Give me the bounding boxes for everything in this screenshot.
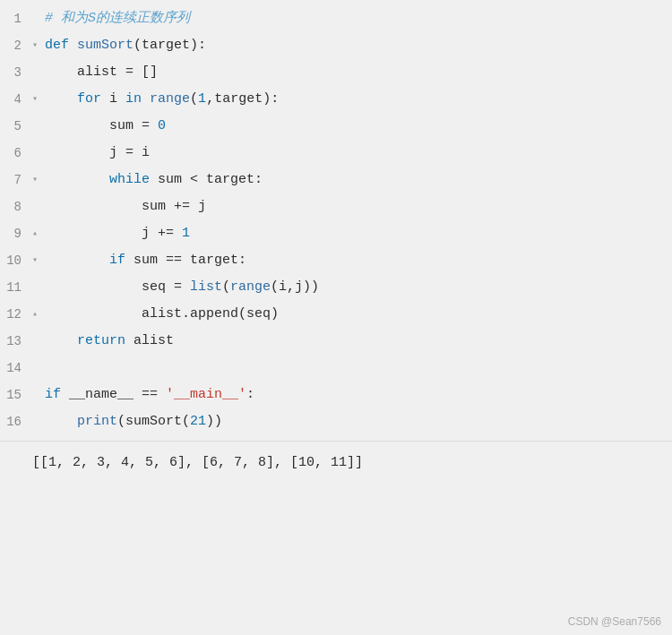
code-line: 8 sum += j xyxy=(0,193,672,220)
code-line: 7▾ while sum < target: xyxy=(0,167,672,193)
line-content: j = i xyxy=(41,140,150,167)
line-content: def sumSort(target): xyxy=(41,32,206,59)
fold-icon[interactable]: ▴ xyxy=(29,301,41,328)
line-content: if sum == target: xyxy=(41,247,246,274)
line-content: while sum < target: xyxy=(41,167,263,193)
line-content: return alist xyxy=(41,328,174,355)
line-number: 11 xyxy=(0,274,29,301)
code-line: 13 return alist xyxy=(0,328,672,355)
line-number: 14 xyxy=(0,355,29,382)
line-number: 4 xyxy=(0,86,29,113)
code-line: 16 print(sumSort(21)) xyxy=(0,408,672,435)
output-section: [[1, 2, 3, 4, 5, 6], [6, 7, 8], [10, 11]… xyxy=(0,441,672,485)
line-content: sum = 0 xyxy=(41,113,166,140)
line-content: if __name__ == '__main__': xyxy=(41,382,254,408)
watermark: CSDN @Sean7566 xyxy=(568,615,661,628)
code-line: 9▴ j += 1 xyxy=(0,220,672,247)
line-content: alist = [] xyxy=(41,59,158,86)
fold-icon[interactable]: ▴ xyxy=(29,220,41,247)
line-number: 13 xyxy=(0,328,29,355)
code-line: 1# 和为S的连续正数序列 xyxy=(0,5,672,32)
code-line: 11 seq = list(range(i,j)) xyxy=(0,274,672,301)
fold-icon[interactable]: ▾ xyxy=(29,167,41,193)
line-number: 9 xyxy=(0,220,29,247)
fold-icon[interactable]: ▾ xyxy=(29,86,41,113)
line-content: print(sumSort(21)) xyxy=(41,408,222,435)
code-block: 1# 和为S的连续正数序列2▾def sumSort(target):3 ali… xyxy=(0,0,672,441)
line-number: 15 xyxy=(0,382,29,408)
output-text: [[1, 2, 3, 4, 5, 6], [6, 7, 8], [10, 11]… xyxy=(32,451,658,476)
line-number: 2 xyxy=(0,32,29,59)
line-number: 3 xyxy=(0,59,29,86)
line-number: 1 xyxy=(0,5,29,32)
line-content: sum += j xyxy=(41,193,206,220)
code-line: 3 alist = [] xyxy=(0,59,672,86)
line-content: # 和为S的连续正数序列 xyxy=(41,5,190,32)
fold-icon[interactable]: ▾ xyxy=(29,32,41,59)
line-number: 7 xyxy=(0,167,29,193)
line-number: 16 xyxy=(0,408,29,435)
line-number: 10 xyxy=(0,247,29,274)
fold-icon[interactable]: ▾ xyxy=(29,247,41,274)
code-line: 14 xyxy=(0,355,672,382)
line-content: alist.append(seq) xyxy=(41,301,279,328)
code-line: 6 j = i xyxy=(0,140,672,167)
line-content: j += 1 xyxy=(41,220,190,247)
code-line: 5 sum = 0 xyxy=(0,113,672,140)
code-line: 10▾ if sum == target: xyxy=(0,247,672,274)
line-number: 12 xyxy=(0,301,29,328)
code-line: 12▴ alist.append(seq) xyxy=(0,301,672,328)
line-number: 6 xyxy=(0,140,29,167)
line-number: 8 xyxy=(0,193,29,220)
code-container: 1# 和为S的连续正数序列2▾def sumSort(target):3 ali… xyxy=(0,0,672,635)
code-line: 4▾ for i in range(1,target): xyxy=(0,86,672,113)
code-line: 15if __name__ == '__main__': xyxy=(0,382,672,408)
line-number: 5 xyxy=(0,113,29,140)
code-line: 2▾def sumSort(target): xyxy=(0,32,672,59)
line-content: seq = list(range(i,j)) xyxy=(41,274,319,301)
line-content: for i in range(1,target): xyxy=(41,86,279,113)
